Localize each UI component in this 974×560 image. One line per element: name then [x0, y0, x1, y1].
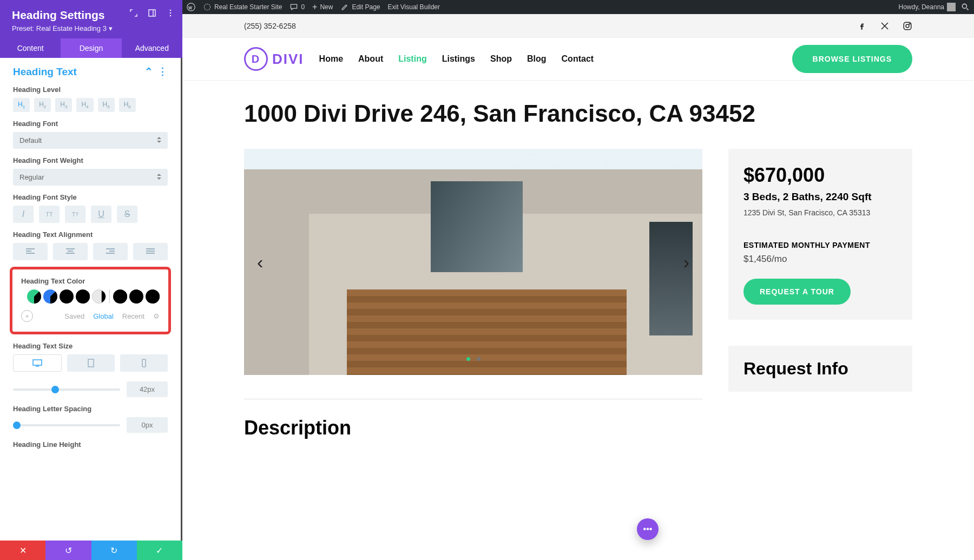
align-left[interactable]	[13, 243, 48, 260]
size-slider[interactable]	[13, 388, 120, 391]
style-uppercase[interactable]: TT	[39, 206, 60, 223]
color-swatch-2[interactable]	[60, 289, 74, 304]
heading-weight-select[interactable]: Regular	[13, 169, 168, 186]
spacing-slider[interactable]	[13, 424, 120, 426]
exit-text: Exit Visual Builder	[387, 3, 440, 11]
group-kebab-icon[interactable]: ⋮	[157, 65, 168, 78]
x-twitter-icon[interactable]	[880, 21, 890, 31]
listing-image	[244, 149, 702, 375]
nav-about[interactable]: About	[358, 54, 383, 64]
admin-search-icon[interactable]	[961, 3, 970, 11]
color-settings-gear-icon[interactable]: ⚙	[153, 312, 160, 320]
label-heading-font: Heading Font	[13, 120, 168, 128]
expand-icon[interactable]	[129, 9, 138, 17]
floating-action-button[interactable]: •••	[637, 518, 659, 540]
color-swatch-6[interactable]	[129, 289, 143, 304]
nav-listings[interactable]: Listings	[442, 54, 475, 64]
color-swatch-0[interactable]	[27, 289, 41, 304]
wp-admin-bar: Real Estate Starter Site 0 +New Edit Pag…	[182, 0, 974, 14]
site-name-link[interactable]: Real Estate Starter Site	[203, 3, 282, 11]
undo-button[interactable]: ↺	[45, 541, 91, 560]
nav-home[interactable]: Home	[319, 54, 343, 64]
style-italic[interactable]: I	[13, 206, 34, 223]
tab-design[interactable]: Design	[61, 38, 121, 58]
svg-rect-8	[88, 359, 94, 367]
new-link[interactable]: +New	[312, 2, 333, 12]
carousel-next[interactable]: ›	[683, 252, 689, 273]
label-heading-size: Heading Text Size	[13, 342, 168, 350]
color-swatch-4[interactable]	[92, 289, 106, 304]
group-heading-text[interactable]: Heading Text ⌃⋮	[13, 65, 168, 78]
listing-price: $670,000	[743, 164, 897, 187]
preset-dropdown[interactable]: Preset: Real Estate Heading 3 ▾	[12, 24, 113, 32]
chevron-up-icon[interactable]: ⌃	[144, 65, 153, 78]
logo[interactable]: DDIVI	[244, 47, 304, 71]
color-tab-recent[interactable]: Recent	[122, 312, 144, 320]
carousel-prev[interactable]: ‹	[257, 252, 263, 273]
cancel-button[interactable]: ✕	[0, 541, 45, 560]
chevron-down-icon: ▾	[109, 24, 113, 32]
instagram-icon[interactable]	[903, 21, 912, 31]
svg-rect-7	[33, 360, 42, 365]
avatar	[947, 3, 956, 11]
heading-font-select[interactable]: Default	[13, 132, 168, 149]
style-smallcaps[interactable]: TT	[65, 206, 85, 223]
align-center[interactable]	[53, 243, 88, 260]
listing-sidebar: $670,000 3 Beds, 2 Baths, 2240 Sqft 1235…	[728, 149, 912, 320]
heading-level-h1[interactable]: H1	[13, 98, 30, 112]
heading-level-h4[interactable]: H4	[76, 98, 93, 112]
dock-icon[interactable]	[148, 9, 156, 17]
exit-visual-builder[interactable]: Exit Visual Builder	[387, 3, 440, 11]
style-underline[interactable]: U	[91, 206, 111, 223]
edit-page-text: Edit Page	[352, 3, 380, 11]
request-info-box: Request Info	[728, 346, 912, 392]
estimated-payment-label: ESTIMATED MONTHLY PAYMENT	[743, 241, 897, 249]
color-swatch-5[interactable]	[113, 289, 127, 304]
edit-page-link[interactable]: Edit Page	[340, 3, 380, 11]
device-phone[interactable]	[120, 354, 168, 372]
size-value[interactable]: 42px	[127, 381, 168, 397]
facebook-icon[interactable]	[857, 21, 867, 31]
browse-listings-button[interactable]: BROWSE LISTINGS	[792, 45, 912, 73]
comments-link[interactable]: 0	[289, 3, 305, 11]
color-swatch-1[interactable]	[43, 289, 57, 304]
panel-tabs: Content Design Advanced	[0, 38, 182, 58]
panel-body: Heading Text ⌃⋮ Heading Level H1 H2 H3 H…	[0, 58, 182, 560]
carousel-dot-2[interactable]	[477, 357, 481, 361]
request-info-heading: Request Info	[743, 359, 897, 379]
request-tour-button[interactable]: REQUEST A TOUR	[743, 279, 851, 305]
device-tablet[interactable]	[67, 354, 115, 372]
carousel-dot-1[interactable]	[466, 357, 470, 361]
heading-level-h2[interactable]: H2	[34, 98, 51, 112]
tab-content[interactable]: Content	[0, 38, 61, 58]
nav-blog[interactable]: Blog	[527, 54, 547, 64]
estimated-payment-value: $1,456/mo	[743, 254, 897, 265]
device-desktop[interactable]	[13, 354, 62, 372]
heading-level-h3[interactable]: H3	[55, 98, 72, 112]
spacing-value[interactable]: 0px	[127, 417, 168, 433]
redo-button[interactable]: ↻	[91, 541, 137, 560]
howdy-link[interactable]: Howdy, Deanna	[899, 3, 956, 11]
nav-listing[interactable]: Listing	[398, 54, 426, 64]
nav-contact[interactable]: Contact	[562, 54, 594, 64]
add-color-button[interactable]: +	[21, 310, 33, 322]
topbar: (255) 352-6258	[182, 14, 974, 38]
color-tab-global[interactable]: Global	[93, 312, 114, 320]
color-tab-saved[interactable]: Saved	[64, 312, 84, 320]
eyedropper-icon[interactable]	[21, 290, 22, 303]
panel-header: Heading Settings Preset: Real Estate Hea…	[0, 0, 182, 38]
listing-address: 1235 Divi St, San Fracisco, CA 35313	[743, 208, 897, 217]
save-button[interactable]: ✓	[137, 541, 182, 560]
heading-level-h5[interactable]: H5	[98, 98, 115, 112]
kebab-menu-icon[interactable]	[166, 9, 175, 17]
align-justify[interactable]	[133, 243, 168, 260]
align-right[interactable]	[93, 243, 128, 260]
style-strikethrough[interactable]: S	[117, 206, 137, 223]
main-nav: HomeAboutListingListingsShopBlogContact	[319, 54, 594, 64]
color-swatch-7[interactable]	[146, 289, 160, 304]
heading-level-h6[interactable]: H6	[119, 98, 136, 112]
wp-logo[interactable]	[187, 3, 195, 11]
nav-shop[interactable]: Shop	[490, 54, 512, 64]
tab-advanced[interactable]: Advanced	[122, 38, 182, 58]
color-swatch-3[interactable]	[76, 289, 90, 304]
